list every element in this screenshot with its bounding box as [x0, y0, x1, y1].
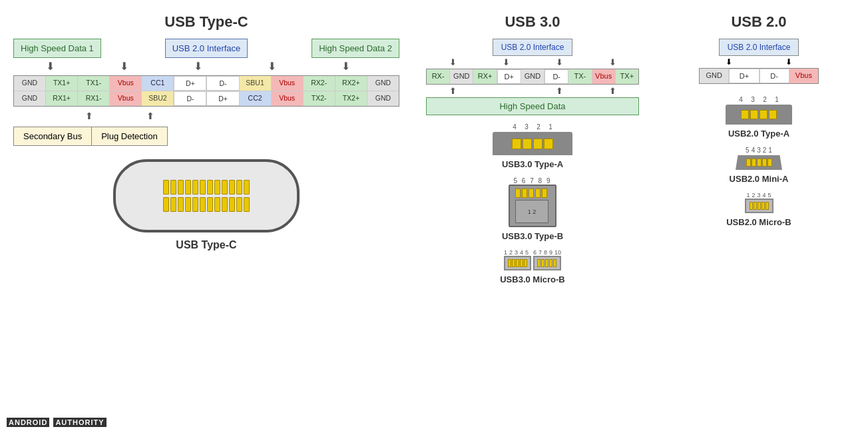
tap-2	[523, 139, 532, 149]
mbp-3	[516, 259, 519, 267]
p30-dm: D-	[544, 69, 568, 84]
p20-gnd: GND	[700, 69, 729, 83]
typeb-body-shape: 1 2	[515, 200, 548, 223]
usb30-interface-box: USB 2.0 Interface	[493, 39, 572, 56]
tc-pin-6	[200, 180, 206, 195]
usb20-microb-item: 12345 USB2.0 Micro-B	[666, 192, 852, 227]
arrow-down-2: ⬇	[120, 60, 128, 73]
arrow-up-plug: ⬆	[146, 111, 154, 121]
usb20-interface-box: USB 2.0 Interface	[719, 39, 799, 56]
mbp-7	[541, 259, 544, 267]
ma2p-3	[757, 159, 761, 167]
mb2p-3	[758, 202, 761, 210]
pin-r2-dp: D+	[206, 91, 239, 106]
tap-1	[512, 139, 521, 149]
usb20-title: USB 2.0	[666, 13, 852, 31]
arru30-1: ⬆	[449, 86, 457, 96]
usb20-typea-item: 4 3 2 1 USB2.0 Type-A	[666, 96, 852, 139]
microb-left-numbers: 12345	[504, 249, 531, 256]
secondary-bus-box: Secondary Bus	[13, 127, 92, 146]
mb2p-1	[750, 202, 753, 210]
pin-r2-rx1m: RX1-	[78, 91, 110, 106]
typec-pin-strip-top	[163, 180, 250, 195]
pin-r2-tx2p: TX2+	[335, 91, 367, 106]
tap-3	[533, 139, 542, 149]
pin-r1-vbus2: Vbus	[272, 76, 304, 91]
mbp-10	[553, 259, 556, 267]
tc-pin-12	[244, 180, 250, 195]
usb30-typea-label: USB3.0 Type-A	[502, 159, 563, 169]
usb30-typea-shape	[493, 132, 572, 155]
tbtp-2	[522, 189, 527, 198]
mbp-8	[545, 259, 548, 267]
typec-connector-drawing: USB Type-C	[13, 159, 399, 251]
ma2p-4	[762, 159, 767, 167]
microb-part-right: 678910	[533, 249, 561, 270]
tbtp-3	[529, 189, 534, 198]
usb30-pin-row-wrapper: RX- GND RX+ D+ GND D- TX- Vbus TX+	[426, 69, 639, 85]
tc-pin-10	[229, 180, 235, 195]
microb-part-left: 12345	[504, 249, 531, 270]
pin-r2-gnd2: GND	[367, 91, 399, 106]
usb30-section: USB 3.0 USB 2.0 Interface ⬇ ⬇ ⬇ ⬇ RX- GN…	[406, 7, 659, 426]
tc-pin-14	[170, 197, 176, 212]
ma2p-5	[767, 159, 772, 167]
pin-r2-dm: D-	[174, 91, 206, 106]
usb30-typeb-label: USB3.0 Type-B	[502, 231, 563, 241]
pin-r1-dp: D+	[174, 76, 206, 91]
mb2p-2	[754, 202, 757, 210]
usb20-typea-pin-numbers: 4 3 2 1	[735, 96, 783, 103]
p30-txp: TX+	[616, 69, 638, 84]
pin-r2-sbu2: SBU2	[142, 91, 174, 106]
usb20-minia-label: USB2.0 Mini-A	[730, 174, 789, 184]
pn20-2: 2	[759, 96, 771, 103]
pn20-1: 1	[771, 96, 783, 103]
typec-connector-shape	[113, 159, 300, 232]
tc-pin-17	[192, 197, 198, 212]
p30-rxm: RX-	[427, 69, 450, 84]
tbtp-4	[535, 189, 541, 198]
mb2p-4	[761, 202, 765, 210]
tc-pin-9	[222, 180, 228, 195]
typec-connector-label: USB Type-C	[176, 239, 236, 251]
tc-pin-7	[207, 180, 213, 195]
usb20-minia-pin-numbers: 54321	[746, 147, 772, 154]
usb20-diagram: USB 2.0 Interface ⬇ ⬇ GND D+ D- Vbus	[666, 39, 852, 84]
tc-pin-4	[185, 180, 191, 195]
usb20-arrows-down: ⬇ ⬇	[699, 57, 819, 67]
mbp-1	[508, 259, 511, 267]
arr30-1: ⬇	[449, 57, 457, 67]
arrow-down-5: ⬇	[341, 60, 350, 73]
usb20-typea-shape	[726, 105, 792, 125]
mbp-2	[512, 259, 515, 267]
pin-r1-dm: D-	[206, 76, 239, 91]
pin-r2-vbus2: Vbus	[272, 91, 304, 106]
tbtp-5	[542, 189, 547, 198]
pn-3: 3	[521, 123, 533, 131]
p20-vbus: Vbus	[789, 69, 818, 83]
usb30-typeb-item: 5 6 7 8 9 1 2 USB3.0 Type-B	[413, 177, 652, 241]
usb20-pin-row: GND D+ D- Vbus	[699, 68, 819, 84]
arrow-up-secondary: ⬆	[85, 111, 93, 121]
usb20-microb-label: USB2.0 Micro-B	[726, 217, 791, 227]
usb20-typea-label: USB2.0 Type-A	[728, 129, 789, 139]
pin-r1-rx2m: RX2-	[304, 76, 335, 91]
pn-4: 4	[509, 123, 521, 131]
usb20-minia-shape	[736, 155, 782, 170]
tc-pin-5	[192, 180, 198, 195]
usb30-arrows-down: ⬇ ⬇ ⬇ ⬇	[426, 57, 639, 67]
p30-vbus: Vbus	[592, 69, 616, 84]
typeb-top-pins-row	[515, 189, 550, 198]
plug-detection-box: Plug Detection	[92, 127, 168, 146]
p30-rxp: RX+	[473, 69, 497, 84]
usb30-microb-label: USB3.0 Micro-B	[500, 274, 565, 284]
ma2p-1	[746, 159, 751, 167]
pin-r1-gnd: GND	[14, 76, 46, 91]
p20-dp: D+	[729, 69, 759, 83]
usb30-typeb-pin-numbers-top: 5 6 7 8 9	[514, 177, 552, 185]
typec-title: USB Type-C	[13, 13, 399, 31]
mbp-6	[537, 259, 541, 267]
pin-r2-gnd: GND	[14, 91, 46, 106]
usb30-diagram: USB 2.0 Interface ⬇ ⬇ ⬇ ⬇ RX- GND RX+ D+…	[413, 39, 652, 115]
arru30-4: ⬆	[609, 86, 616, 96]
